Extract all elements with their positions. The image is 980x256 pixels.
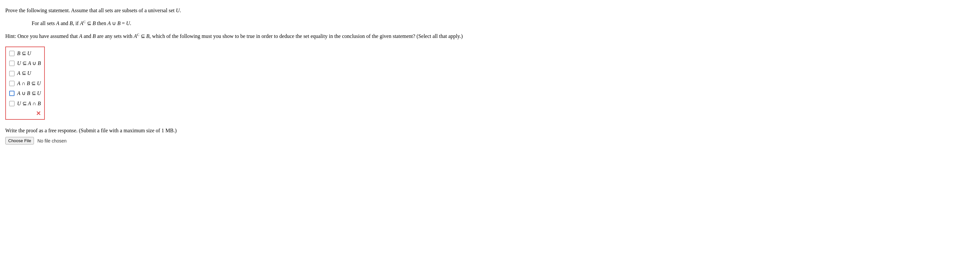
problem-intro: Prove the following statement. Assume th… xyxy=(5,6,975,14)
option-label-1[interactable]: B ⊆ U xyxy=(17,50,31,57)
problem-statement-line: For all sets A and B, if AC ⊆ B then A ∪… xyxy=(5,19,975,27)
option-row-6: U ⊆ A ∩ B xyxy=(9,100,41,107)
hint-text: Hint: Once you have assumed that A and B… xyxy=(5,32,975,40)
option-label-6[interactable]: U ⊆ A ∩ B xyxy=(17,100,41,107)
option-checkbox-1[interactable] xyxy=(9,51,14,56)
option-label-5[interactable]: A ∪ B ⊆ U xyxy=(17,90,41,97)
option-checkbox-2[interactable] xyxy=(9,61,14,66)
options-container: B ⊆ U U ⊆ A ∪ B A ⊆ U A ∩ B ⊆ U A ∪ B ⊆ … xyxy=(5,46,45,120)
option-row-1: B ⊆ U xyxy=(9,50,41,57)
option-checkbox-5[interactable] xyxy=(9,91,14,96)
free-response-label: Write the proof as a free response. (Sub… xyxy=(5,128,975,134)
option-row-2: U ⊆ A ∪ B xyxy=(9,60,41,67)
x-mark-row: ✕ xyxy=(9,110,41,117)
universal-set-var: U xyxy=(176,8,180,13)
option-row-4: A ∩ B ⊆ U xyxy=(9,80,41,87)
x-mark-icon: ✕ xyxy=(36,110,41,117)
option-row-3: A ⊆ U xyxy=(9,70,41,77)
option-row-5: A ∪ B ⊆ U xyxy=(9,90,41,97)
option-checkbox-4[interactable] xyxy=(9,81,14,86)
option-label-4[interactable]: A ∩ B ⊆ U xyxy=(17,80,41,87)
file-upload-row: Choose File No file chosen xyxy=(5,137,975,144)
option-checkbox-6[interactable] xyxy=(9,101,14,106)
choose-file-button[interactable]: Choose File xyxy=(5,137,34,144)
option-label-3[interactable]: A ⊆ U xyxy=(17,70,31,77)
option-checkbox-3[interactable] xyxy=(9,71,14,76)
option-label-2[interactable]: U ⊆ A ∪ B xyxy=(17,60,41,67)
no-file-chosen-text: No file chosen xyxy=(37,138,67,144)
